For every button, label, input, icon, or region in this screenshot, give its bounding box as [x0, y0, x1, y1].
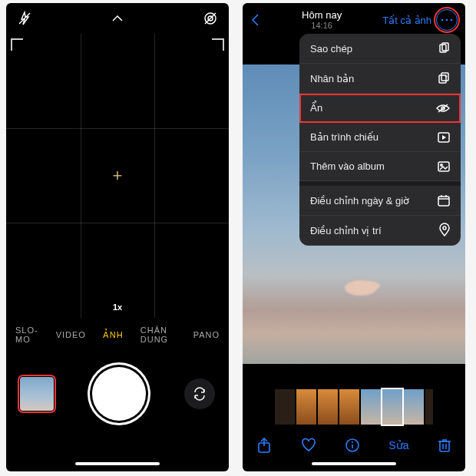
cloud-decoration — [345, 280, 377, 296]
menu-label: Thêm vào album — [310, 160, 385, 172]
filmstrip-thumb[interactable] — [425, 389, 433, 425]
deselect-button[interactable]: Tất cả ảnh — [382, 15, 431, 26]
trash-icon[interactable] — [438, 438, 451, 452]
svg-point-25 — [352, 441, 353, 443]
info-icon[interactable] — [345, 438, 359, 452]
camera-viewfinder[interactable]: + 1x — [6, 34, 229, 318]
home-indicator[interactable] — [312, 462, 396, 465]
filmstrip-thumb[interactable] — [296, 389, 316, 425]
live-off-icon[interactable] — [203, 11, 218, 26]
photos-screen: Hôm nay 14:16 Tất cả ảnh Sao chép Nhân b… — [243, 3, 465, 471]
menu-label: Điều chỉnh vị trí — [310, 225, 382, 236]
add-album-icon — [438, 161, 450, 172]
menu-item-add-album[interactable]: Thêm vào album — [299, 152, 461, 181]
menu-item-slideshow[interactable]: Bản trình chiếu — [299, 123, 461, 152]
mode-slomo[interactable]: SLO-MO — [15, 326, 39, 344]
menu-label: Nhân bản — [310, 73, 354, 84]
focus-corner — [11, 38, 23, 51]
menu-item-copy[interactable]: Sao chép — [299, 34, 461, 64]
mode-video[interactable]: VIDEO — [56, 330, 86, 339]
slideshow-icon — [438, 132, 450, 143]
chevron-up-icon[interactable] — [111, 13, 124, 24]
camera-top-bar — [6, 3, 229, 34]
edit-button[interactable]: Sửa — [388, 439, 408, 451]
mode-photo[interactable]: ẢNH — [103, 330, 124, 340]
adjust-date-icon — [438, 194, 450, 207]
photos-toolbar: Sửa — [243, 430, 465, 461]
camera-bottom-bar — [6, 352, 229, 436]
zoom-label[interactable]: 1x — [113, 302, 122, 312]
filmstrip-thumb[interactable] — [404, 389, 424, 425]
menu-label: Điều chỉnh ngày & giờ — [310, 195, 409, 207]
favorite-icon[interactable] — [301, 438, 316, 452]
time-text: 14:16 — [302, 21, 342, 30]
menu-label: Ẩn — [310, 102, 322, 114]
title-text: Hôm nay — [302, 10, 342, 21]
photos-header-title: Hôm nay 14:16 — [302, 10, 342, 30]
flash-icon[interactable] — [17, 11, 32, 26]
actions-menu: Sao chép Nhân bản + Ẩn Bản trình chiếu T… — [299, 34, 461, 246]
home-indicator[interactable] — [75, 462, 160, 465]
hide-icon — [436, 103, 450, 114]
focus-corner — [212, 38, 224, 51]
menu-item-adjust-location[interactable]: Điều chỉnh vị trí — [299, 216, 461, 246]
menu-item-hide[interactable]: Ẩn — [299, 94, 461, 123]
svg-text:+: + — [445, 74, 448, 79]
menu-label: Sao chép — [310, 43, 352, 55]
svg-point-4 — [441, 19, 444, 21]
duplicate-icon: + — [438, 72, 450, 84]
filmstrip-thumb-selected[interactable] — [382, 389, 402, 425]
svg-point-21 — [443, 226, 446, 230]
more-options-button[interactable] — [436, 9, 458, 31]
filmstrip-thumb[interactable] — [361, 389, 381, 425]
mode-portrait[interactable]: CHÂN DUNG — [140, 326, 177, 344]
camera-screen: + 1x SLO-MO VIDEO ẢNH CHÂN DUNG PANO — [6, 3, 229, 471]
copy-icon — [438, 42, 450, 55]
svg-point-5 — [446, 19, 448, 21]
flip-camera-button[interactable] — [184, 378, 215, 409]
photo-filmstrip[interactable] — [243, 387, 465, 427]
filmstrip-thumb[interactable] — [318, 389, 338, 425]
shutter-button[interactable] — [92, 367, 146, 421]
filmstrip-thumb[interactable] — [275, 389, 295, 425]
back-chevron-icon[interactable] — [250, 13, 261, 27]
menu-label: Bản trình chiếu — [310, 131, 378, 143]
focus-crosshair-icon: + — [113, 166, 123, 186]
svg-rect-17 — [438, 197, 449, 206]
mode-pano[interactable]: PANO — [193, 330, 220, 339]
svg-point-6 — [451, 19, 453, 21]
menu-item-adjust-date[interactable]: Điều chỉnh ngày & giờ — [299, 186, 461, 216]
share-icon[interactable] — [257, 438, 271, 453]
adjust-location-icon — [439, 224, 450, 236]
svg-rect-27 — [440, 441, 449, 451]
last-photo-thumbnail[interactable] — [20, 377, 54, 411]
camera-mode-selector[interactable]: SLO-MO VIDEO ẢNH CHÂN DUNG PANO — [6, 318, 229, 352]
photos-header: Hôm nay 14:16 Tất cả ảnh — [243, 3, 465, 37]
menu-item-duplicate[interactable]: Nhân bản + — [299, 64, 461, 94]
filmstrip-thumb[interactable] — [339, 389, 359, 425]
svg-point-16 — [441, 164, 442, 165]
